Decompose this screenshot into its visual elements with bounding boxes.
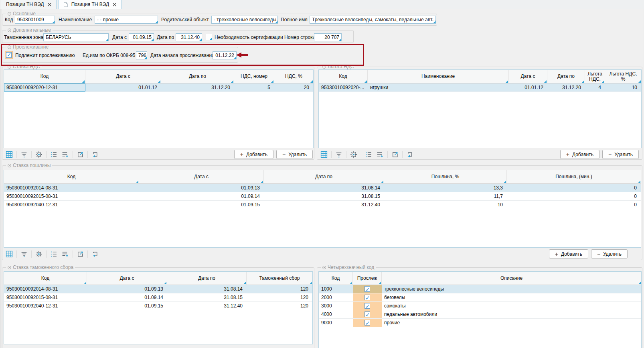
data-s-field[interactable]: 01.09.15	[129, 33, 154, 41]
data-nachala-field[interactable]: 01.12.22	[213, 51, 237, 59]
naimenovanie-field[interactable]: - - прочие	[95, 16, 158, 24]
filter-icon[interactable]	[20, 250, 28, 258]
cell-naimenovanie: игрушки	[368, 83, 509, 92]
delete-button[interactable]: − Удалить	[602, 150, 639, 159]
proslezh-checkbox[interactable]	[365, 320, 370, 326]
column-header[interactable]: Дата по	[264, 170, 384, 183]
column-header[interactable]: Льгота НДС, %	[605, 70, 641, 83]
gear-icon[interactable]	[34, 151, 43, 159]
refresh-icon[interactable]	[405, 151, 414, 159]
column-header[interactable]: Дата с	[509, 70, 547, 83]
proslezh-checkbox[interactable]	[365, 286, 370, 292]
column-header[interactable]: Дата с	[85, 70, 161, 83]
grid-icon[interactable]	[320, 151, 328, 159]
table-row[interactable]: 95030010092020-12-31 01.01.12 31.12.20 5…	[4, 83, 313, 92]
table-row[interactable]: 1000 трехколесные велосипеды	[319, 285, 641, 293]
numbered-list-icon[interactable]	[364, 151, 373, 159]
collapse-icon[interactable]	[8, 65, 11, 69]
add-button[interactable]: + Добавить	[234, 150, 273, 159]
column-header[interactable]: Дата с	[139, 170, 264, 183]
filter-icon[interactable]	[334, 151, 343, 159]
collapse-icon[interactable]	[322, 65, 326, 69]
add-button[interactable]: + Добавить	[560, 150, 599, 159]
table-row[interactable]: 2000 беговелы	[319, 293, 641, 302]
table-row[interactable]: 95030010092040-12-31 01.09.15 31.12.40 1…	[4, 201, 641, 209]
gear-icon[interactable]	[349, 151, 358, 159]
table-row[interactable]: 95030010092020-... игрушки 01.01.12 31.1…	[319, 83, 641, 92]
column-header[interactable]: Прослеж	[353, 272, 382, 285]
refresh-icon[interactable]	[91, 250, 99, 258]
grid-icon[interactable]	[5, 250, 14, 258]
proslezh-checkbox[interactable]	[365, 303, 370, 309]
collapse-icon[interactable]	[8, 28, 11, 32]
data-po-field[interactable]: 31.12.40	[176, 33, 202, 41]
sertifikaciya-checkbox[interactable]	[206, 34, 212, 40]
column-header[interactable]: Код	[4, 272, 87, 285]
polnoe-imya-field[interactable]: Трехколесные велосипеды, самокаты, педал…	[310, 16, 436, 24]
column-header[interactable]: Таможенный сбор	[247, 272, 312, 285]
cell-data-po: 31.12.20	[547, 83, 585, 92]
column-header[interactable]: Льгота НДС,	[585, 70, 605, 83]
table-row[interactable]: 4000 педальные автомобили	[319, 310, 641, 319]
collapse-icon[interactable]	[322, 266, 326, 269]
column-header[interactable]: Пошлина, %	[384, 170, 507, 183]
tab-pozicii-tn-ved[interactable]: Позиции ТН ВЭД	[1, 0, 57, 9]
ed-izm-field[interactable]: 796	[136, 51, 147, 59]
table-row[interactable]: 9000 прочие	[319, 319, 641, 327]
open-external-icon[interactable]	[76, 250, 85, 258]
collapse-icon[interactable]	[8, 45, 11, 49]
collapse-icon[interactable]	[8, 164, 11, 167]
open-external-icon[interactable]	[391, 151, 399, 159]
column-header[interactable]: Наименование	[368, 70, 509, 83]
delete-button[interactable]: − Удалить	[591, 249, 628, 258]
table-row[interactable]: 95030010092014-08-31 01.09.13 31.08.14 1…	[4, 285, 312, 293]
podlezhit-checkbox[interactable]	[6, 52, 12, 58]
filter-icon[interactable]	[20, 151, 28, 159]
grid-icon[interactable]	[5, 151, 14, 159]
collapse-icon[interactable]	[8, 12, 11, 16]
column-header[interactable]: Пошлина, (мин.)	[507, 170, 641, 183]
open-external-icon[interactable]	[76, 151, 85, 159]
column-header[interactable]: Код	[319, 70, 368, 83]
column-header[interactable]: Дата по	[161, 70, 234, 83]
add-button[interactable]: + Добавить	[549, 249, 588, 258]
delete-button[interactable]: − Удалить	[276, 150, 313, 159]
roditelskiy-obekt-field[interactable]: - трехколесные велосипеды, са...	[211, 16, 278, 24]
tamozhennaya-zona-field[interactable]: БЕЛАРУСЬ	[43, 33, 109, 41]
column-header[interactable]: Описание	[382, 272, 641, 285]
column-header[interactable]: Код	[4, 170, 139, 183]
gear-icon[interactable]	[34, 250, 43, 258]
table-row[interactable]: 95030010092040-12-31 01.09.15 31.12.40 1…	[4, 302, 312, 310]
collapse-icon[interactable]	[8, 266, 11, 269]
nomer-stroki-field[interactable]: 20 707	[314, 33, 342, 41]
cell-poshlina-percent: 10	[384, 201, 507, 209]
table-row[interactable]: 95030010092015-08-31 01.09.14 31.08.15 1…	[4, 293, 312, 302]
table-row[interactable]: 95030010092015-08-31 01.09.14 31.08.15 1…	[4, 192, 641, 201]
numbered-list-icon[interactable]	[49, 151, 58, 159]
table-row[interactable]: 3000 самокаты	[319, 302, 641, 310]
column-header[interactable]: НДС, %	[274, 70, 313, 83]
add-to-list-icon[interactable]	[61, 151, 70, 159]
column-header[interactable]: Код	[4, 70, 85, 83]
column-header[interactable]: Дата по	[547, 70, 585, 83]
polnoe-imya-label: Полное имя	[281, 16, 308, 24]
close-icon[interactable]	[113, 3, 116, 6]
cell-kod[interactable]: 95030010092020-12-31	[4, 83, 85, 92]
close-icon[interactable]	[48, 3, 51, 6]
column-header[interactable]: Дата по	[167, 272, 247, 285]
table-row[interactable]: 95030010092014-08-31 01.09.13 31.08.14 1…	[4, 184, 641, 192]
add-to-list-icon[interactable]	[61, 250, 70, 258]
proslezh-checkbox[interactable]	[365, 311, 370, 317]
column-header[interactable]: Код	[319, 272, 353, 285]
refresh-icon[interactable]	[91, 151, 99, 159]
add-to-list-icon[interactable]	[376, 151, 385, 159]
kod-field[interactable]: 9503001009	[15, 16, 55, 24]
ed-izm-label: Ед.изм по ОКРБ 008-95	[83, 51, 136, 59]
column-header[interactable]: Дата с	[87, 272, 167, 285]
proslezh-checkbox[interactable]	[365, 295, 370, 300]
tab-poziciya-tn-ved[interactable]: Позиция ТН ВЭД	[58, 0, 122, 9]
column-header[interactable]: НДС, номер	[234, 70, 274, 83]
numbered-list-icon[interactable]	[49, 250, 58, 258]
data-nachala-label: Дата начала прослеживания	[150, 51, 215, 59]
cell-lgota-nomer: 4	[585, 83, 605, 92]
